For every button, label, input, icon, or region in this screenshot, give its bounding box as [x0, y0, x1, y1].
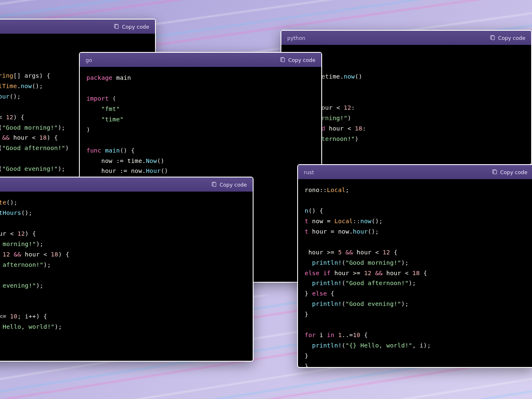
code-window-javascript: javascript Copy code w = new Date(); r =… — [0, 177, 254, 362]
copy-label: Copy code — [122, 24, 149, 30]
copy-label: Copy code — [498, 35, 525, 41]
copy-code-button[interactable]: Copy code — [280, 57, 315, 63]
copy-label: Copy code — [219, 182, 247, 188]
titlebar: java Copy code — [0, 20, 155, 34]
titlebar: rust Copy code — [298, 165, 532, 179]
copy-code-button[interactable]: Copy code — [113, 24, 149, 30]
titlebar: javascript Copy code — [0, 177, 253, 192]
copy-code-button[interactable]: Copy code — [211, 182, 247, 188]
code-window-rust: rust Copy code rono::Local; n() { t now … — [297, 164, 532, 368]
copy-label: Copy code — [288, 57, 315, 63]
code-body[interactable]: rono::Local; n() { t now = Local::now();… — [298, 179, 532, 368]
language-label: python — [287, 35, 305, 41]
titlebar: go Copy code — [80, 53, 321, 67]
copy-label: Copy code — [500, 169, 527, 175]
clipboard-icon — [492, 169, 498, 175]
svg-rect-3 — [213, 182, 216, 186]
clipboard-icon — [490, 35, 495, 41]
clipboard-icon — [113, 24, 119, 30]
language-label: rust — [304, 169, 314, 175]
titlebar: python Copy code — [281, 31, 531, 45]
copy-code-button[interactable]: Copy code — [492, 169, 527, 175]
clipboard-icon — [280, 57, 286, 63]
clipboard-icon — [211, 182, 217, 187]
copy-code-button[interactable]: Copy code — [490, 35, 525, 41]
code-body[interactable]: w = new Date(); r = now.getHours(); >= 5… — [0, 192, 253, 338]
svg-rect-4 — [494, 170, 497, 174]
language-label: go — [86, 57, 92, 63]
svg-rect-0 — [116, 25, 118, 28]
svg-rect-1 — [282, 58, 285, 62]
svg-rect-2 — [492, 36, 495, 39]
